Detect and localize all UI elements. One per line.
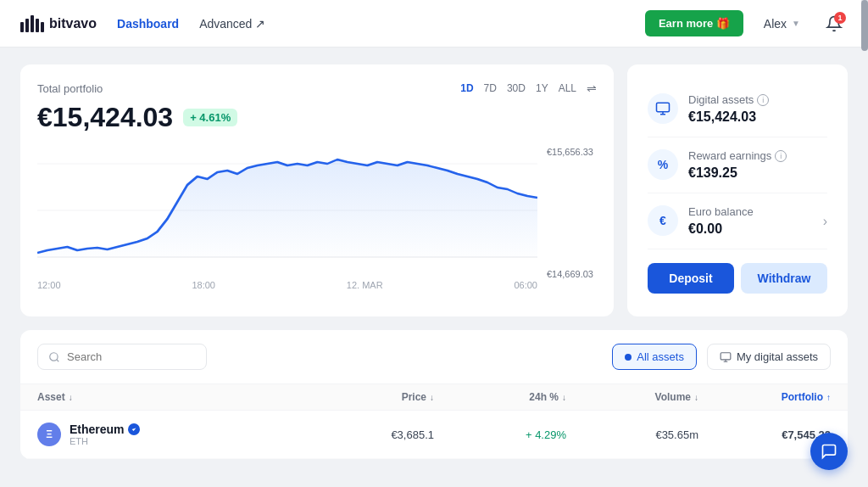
digital-assets-info-icon[interactable]: i bbox=[757, 94, 769, 106]
main-content: Total portfolio 1D 7D 30D 1Y ALL ⇌ €15,4… bbox=[0, 48, 868, 476]
chat-icon bbox=[821, 443, 837, 460]
digital-assets-icon bbox=[655, 101, 670, 116]
digital-assets-title: Digital assets i bbox=[688, 93, 827, 106]
table-header: Asset ↓ Price ↓ 24h % ↓ Volume ↓ Portfol… bbox=[20, 383, 848, 411]
digital-assets-icon-wrap bbox=[648, 93, 678, 124]
time-filter-1y[interactable]: 1Y bbox=[536, 82, 548, 94]
time-filter-7d[interactable]: 7D bbox=[484, 82, 497, 94]
x-label-0: 12:00 bbox=[37, 280, 61, 290]
deposit-button[interactable]: Deposit bbox=[648, 263, 734, 294]
chart-type-toggle[interactable]: ⇌ bbox=[587, 81, 597, 95]
chart-x-labels: 12:00 18:00 12. MAR 06:00 bbox=[37, 280, 597, 290]
all-assets-filter[interactable]: All assets bbox=[612, 344, 697, 370]
sort-asset-icon: ↓ bbox=[69, 393, 73, 402]
svg-rect-0 bbox=[20, 22, 24, 32]
notification-badge: 1 bbox=[834, 12, 846, 24]
chart-min-label: €14,669.03 bbox=[547, 269, 593, 279]
chart-card: Total portfolio 1D 7D 30D 1Y ALL ⇌ €15,4… bbox=[20, 64, 614, 316]
scrollbar-track bbox=[861, 0, 868, 47]
asset-change-24h: + 4.29% bbox=[434, 428, 566, 441]
euro-icon: € bbox=[659, 214, 666, 227]
time-filter-all[interactable]: ALL bbox=[559, 82, 576, 94]
total-portfolio-label: Total portfolio bbox=[37, 82, 103, 95]
time-filters: 1D 7D 30D 1Y ALL ⇌ bbox=[460, 81, 597, 95]
filter-dot bbox=[625, 354, 632, 361]
action-buttons: Deposit Withdraw bbox=[648, 263, 827, 294]
time-filter-30d[interactable]: 30D bbox=[507, 82, 526, 94]
user-menu[interactable]: Alex ▼ bbox=[764, 17, 800, 31]
euro-balance-content: Euro balance €0.00 bbox=[688, 205, 827, 237]
digital-assets-value: €15,424.03 bbox=[688, 109, 827, 125]
my-digital-assets-label: My digital assets bbox=[737, 350, 818, 363]
nav-advanced[interactable]: Advanced ↗ bbox=[199, 17, 265, 31]
asset-volume: €35.65m bbox=[566, 428, 698, 441]
reward-earnings-title: Reward earnings i bbox=[688, 149, 827, 162]
header: bitvavo Dashboard Advanced ↗ Earn more 🎁… bbox=[0, 0, 868, 48]
chart-max-label: €15,656.33 bbox=[547, 147, 593, 157]
time-filter-1d[interactable]: 1D bbox=[460, 82, 473, 94]
x-label-2: 12. MAR bbox=[347, 280, 383, 290]
svg-rect-8 bbox=[657, 103, 670, 112]
search-wrap bbox=[37, 344, 207, 370]
chart-area: €15,656.33 €14,669.03 bbox=[37, 147, 597, 299]
reward-earnings-item: % Reward earnings i €139.25 bbox=[648, 137, 827, 193]
scrollbar-thumb[interactable] bbox=[861, 0, 868, 51]
asset-info: Ethereum ETH bbox=[70, 423, 140, 446]
verified-badge bbox=[128, 423, 140, 435]
top-row: Total portfolio 1D 7D 30D 1Y ALL ⇌ €15,4… bbox=[20, 64, 848, 316]
search-icon bbox=[48, 351, 60, 363]
table-row[interactable]: Ξ Ethereum ETH €3,685.1 + 4.29% €35.65m bbox=[20, 411, 848, 459]
logo-icon bbox=[20, 15, 44, 32]
chevron-down-icon: ▼ bbox=[792, 19, 800, 28]
col-volume[interactable]: Volume ↓ bbox=[566, 391, 698, 403]
col-asset[interactable]: Asset ↓ bbox=[37, 391, 302, 403]
svg-rect-2 bbox=[31, 15, 34, 32]
earn-more-label: Earn more 🎁 bbox=[659, 17, 730, 30]
asset-portfolio: €7,545.22 bbox=[698, 428, 831, 441]
assets-toolbar: All assets My digital assets bbox=[20, 330, 848, 383]
my-digital-assets-filter[interactable]: My digital assets bbox=[707, 344, 831, 370]
digital-assets-item: Digital assets i €15,424.03 bbox=[648, 81, 827, 137]
earn-more-button[interactable]: Earn more 🎁 bbox=[645, 10, 743, 36]
asset-price: €3,685.1 bbox=[302, 428, 434, 441]
logo[interactable]: bitvavo bbox=[20, 15, 97, 32]
euro-balance-item: € Euro balance €0.00 › bbox=[648, 193, 827, 249]
asset-cell: Ξ Ethereum ETH bbox=[37, 423, 302, 446]
logo-text: bitvavo bbox=[49, 16, 97, 31]
reward-earnings-info-icon[interactable]: i bbox=[775, 150, 787, 162]
portfolio-change-badge: + 4.61% bbox=[183, 109, 237, 126]
nav-dashboard[interactable]: Dashboard bbox=[117, 17, 179, 31]
col-portfolio[interactable]: Portfolio ↑ bbox=[698, 391, 831, 403]
asset-name: Ethereum bbox=[70, 423, 140, 436]
portfolio-value: €15,424.03 bbox=[37, 102, 173, 133]
reward-icon: % bbox=[658, 158, 668, 171]
digital-assets-content: Digital assets i €15,424.03 bbox=[688, 93, 827, 125]
reward-earnings-content: Reward earnings i €139.25 bbox=[688, 149, 827, 181]
portfolio-value-row: €15,424.03 + 4.61% bbox=[37, 102, 597, 133]
euro-balance-title: Euro balance bbox=[688, 205, 827, 218]
x-label-3: 06:00 bbox=[514, 280, 537, 290]
euro-balance-value: €0.00 bbox=[688, 221, 827, 237]
col-price[interactable]: Price ↓ bbox=[302, 391, 434, 403]
reward-earnings-icon-wrap: % bbox=[648, 149, 678, 180]
withdraw-button[interactable]: Withdraw bbox=[741, 263, 827, 294]
notification-button[interactable]: 1 bbox=[821, 10, 848, 37]
asset-icon-eth: Ξ bbox=[37, 423, 61, 446]
col-24h[interactable]: 24h % ↓ bbox=[434, 391, 566, 403]
all-assets-label: All assets bbox=[637, 350, 684, 363]
svg-rect-10 bbox=[721, 352, 731, 359]
search-input[interactable] bbox=[67, 350, 196, 363]
x-label-1: 18:00 bbox=[192, 280, 215, 290]
portfolio-summary-card: Digital assets i €15,424.03 % Reward ear… bbox=[627, 64, 848, 316]
svg-rect-1 bbox=[25, 19, 29, 32]
user-label: Alex bbox=[764, 17, 787, 31]
euro-balance-chevron[interactable]: › bbox=[823, 214, 827, 229]
sort-portfolio-icon: ↑ bbox=[826, 393, 831, 402]
svg-rect-3 bbox=[36, 19, 39, 32]
euro-balance-icon-wrap: € bbox=[648, 205, 678, 236]
svg-rect-4 bbox=[41, 22, 44, 32]
chart-header: Total portfolio 1D 7D 30D 1Y ALL ⇌ bbox=[37, 81, 597, 95]
chat-fab-button[interactable] bbox=[810, 433, 848, 470]
chart-svg bbox=[37, 147, 537, 274]
reward-earnings-value: €139.25 bbox=[688, 165, 827, 181]
